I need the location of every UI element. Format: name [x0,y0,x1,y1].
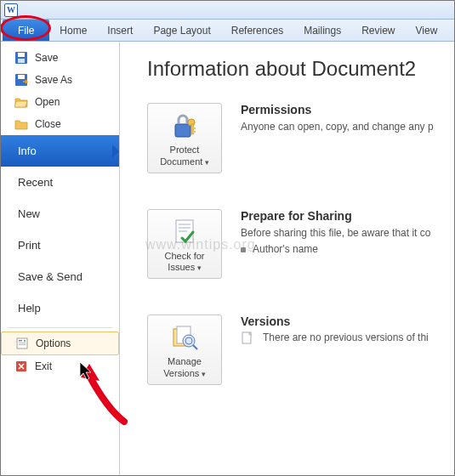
svg-point-9 [24,340,26,342]
lock-key-icon [169,110,200,141]
manage-versions-label-2: Versions [163,368,206,380]
svg-line-24 [193,345,197,349]
tab-review[interactable]: Review [351,20,405,41]
tab-insert[interactable]: Insert [97,20,143,41]
svg-rect-17 [179,224,191,225]
sharing-heading: Prepare for Sharing [241,209,454,223]
svg-rect-2 [18,59,25,63]
manage-versions-label-1: Manage [168,356,202,368]
nav-new-label: New [18,207,40,220]
nav-help-label: Help [18,302,41,314]
window-titlebar: W [1,1,454,20]
svg-rect-11 [175,124,191,137]
svg-rect-8 [19,344,26,345]
svg-point-22 [183,335,195,347]
protect-document-label-2: Document [160,156,209,168]
save-as-icon [14,73,28,87]
save-icon [14,51,28,65]
nav-close[interactable]: Close [1,113,119,135]
tab-references[interactable]: References [221,20,293,41]
info-panel: Information about Document2 Protect Docu… [120,42,454,475]
check-issues-label-1: Check for [164,251,204,263]
nav-separator [8,327,112,328]
nav-save-as[interactable]: Save As [1,69,119,91]
document-check-icon [169,217,200,247]
section-permissions: Protect Document Permissions Anyone can … [147,103,454,173]
manage-versions-button[interactable]: Manage Versions [147,314,222,385]
tab-file-label: File [18,25,34,37]
nav-open-label: Open [35,96,60,108]
check-issues-label-2: Issues [168,262,201,274]
nav-open[interactable]: Open [1,91,119,113]
versions-icon [169,322,200,353]
nav-exit[interactable]: Exit [1,355,119,377]
tab-page-layout[interactable]: Page Layout [143,20,220,41]
versions-desc: There are no previous versions of thi [263,332,429,343]
nav-info-label: Info [18,144,37,157]
nav-recent-label: Recent [18,176,53,189]
tab-mailings[interactable]: Mailings [293,20,351,41]
svg-rect-15 [193,128,196,129]
page-title: Information about Document2 [147,57,454,81]
section-sharing: Check for Issues Prepare for Sharing Bef… [147,209,454,280]
section-versions: Manage Versions Versions There are no pr… [147,314,454,385]
svg-rect-4 [18,75,25,79]
sharing-desc: Before sharing this file, be aware that … [241,226,454,241]
nav-print-label: Print [18,239,41,252]
nav-options-label: Options [36,337,71,349]
nav-help[interactable]: Help [1,292,119,324]
backstage-area: Save Save As Open Close Info Recent [1,42,454,475]
sharing-bullet: Author's name [253,243,318,255]
versions-heading: Versions [241,314,454,328]
svg-rect-18 [179,227,191,229]
protect-document-button[interactable]: Protect Document [147,103,222,173]
nav-close-label: Close [35,118,61,130]
exit-icon [14,360,28,373]
protect-document-label-1: Protect [170,144,200,156]
nav-save-send-label: Save & Send [18,270,82,283]
svg-rect-6 [19,340,22,342]
tab-home[interactable]: Home [49,20,97,41]
nav-exit-label: Exit [35,360,52,372]
nav-info[interactable]: Info [1,135,119,167]
nav-save-send[interactable]: Save & Send [1,261,119,292]
svg-rect-1 [18,53,25,57]
nav-options[interactable]: Options [1,332,119,355]
tab-file[interactable]: File [3,20,49,41]
open-folder-icon [14,95,28,109]
version-doc-icon [241,332,254,348]
options-icon [15,337,29,350]
ribbon-tabs: File Home Insert Page Layout References … [1,20,454,42]
word-app-icon: W [4,3,18,17]
check-for-issues-button[interactable]: Check for Issues [147,209,222,280]
nav-save[interactable]: Save [1,47,119,69]
nav-recent[interactable]: Recent [1,167,119,198]
svg-rect-19 [179,230,187,232]
nav-print[interactable]: Print [1,230,119,261]
svg-rect-14 [193,131,196,133]
bullet-icon [241,247,246,252]
nav-new[interactable]: New [1,198,119,230]
nav-save-label: Save [35,52,58,64]
permissions-desc: Anyone can open, copy, and change any p [241,120,454,134]
svg-rect-7 [19,343,26,343]
backstage-nav: Save Save As Open Close Info Recent [1,42,120,475]
close-folder-icon [14,117,28,131]
nav-save-as-label: Save As [35,74,72,86]
tab-view[interactable]: View [406,20,448,41]
permissions-heading: Permissions [241,103,454,116]
